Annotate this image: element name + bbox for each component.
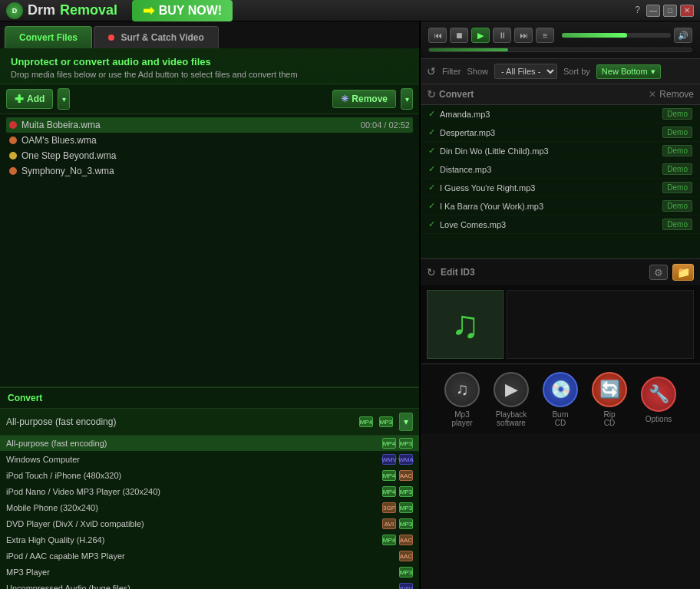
right-file-item[interactable]: ✓ Distance.mp3 Demo xyxy=(421,160,700,179)
volume-slider[interactable] xyxy=(562,33,671,38)
filter-bar: ↺ Filter Show - All Files - Sort by New … xyxy=(421,59,700,84)
tab-convert-files[interactable]: Convert Files xyxy=(5,26,92,48)
x-icon: ✕ xyxy=(649,89,656,100)
playback-icon: ▶ xyxy=(494,372,529,407)
file-toolbar: ✚ Add ▾ ✳ Remove ▾ xyxy=(0,84,419,114)
buy-now-button[interactable]: ➡ BUY NOW! xyxy=(132,0,233,21)
tabs-bar: Convert Files Surf & Catch Video xyxy=(0,21,419,48)
info-subtitle: Drop media files below or use the Add bu… xyxy=(11,70,408,79)
close-button[interactable]: ✕ xyxy=(680,5,694,17)
right-file-item[interactable]: ✓ Despertar.mp3 Demo xyxy=(421,123,700,142)
arrow-icon: ➡ xyxy=(143,2,154,19)
file-item[interactable]: One Step Beyond.wma xyxy=(6,148,413,163)
volume-fill xyxy=(562,33,627,38)
convert-action[interactable]: ↻ Convert xyxy=(427,88,649,100)
album-art: ♫ xyxy=(427,290,504,359)
convert-item[interactable]: Mobile Phone (320x240) 3GP MP3 xyxy=(0,500,419,516)
rewind-button[interactable]: ⏮ xyxy=(428,28,447,43)
convert-selected-label: All-purpose (fast encoding) xyxy=(6,416,353,427)
convert-dropdown-button[interactable]: ▾ xyxy=(399,413,413,431)
edit-id3-icon: ↻ xyxy=(427,266,436,278)
convert-item[interactable]: All-purpose (fast encoding) MP4 MP3 xyxy=(0,436,419,452)
convert-item[interactable]: DVD Player (DivX / XviD compatible) AVI … xyxy=(0,516,419,532)
maximize-button[interactable]: □ xyxy=(663,5,677,17)
action-bar: ↻ Convert ✕ Remove xyxy=(421,84,700,105)
mp3-player-tool[interactable]: ♫ Mp3player xyxy=(444,372,480,427)
remove-dropdown-button[interactable]: ▾ xyxy=(401,88,413,110)
titlebar-controls: ? — □ ✕ xyxy=(635,5,694,17)
stop-button[interactable]: ⏹ xyxy=(450,28,468,43)
demo-badge: Demo xyxy=(662,219,692,230)
rip-cd-tool[interactable]: 🔄 RipCD xyxy=(592,372,627,427)
playback-tool[interactable]: ▶ Playbacksoftware xyxy=(494,372,529,427)
file-item[interactable]: OAM's Blues.wma xyxy=(6,133,413,148)
convert-item[interactable]: Uncompressed Audio (huge files) WAV xyxy=(0,581,419,589)
file-dot-yellow xyxy=(9,152,17,160)
format-badge-mp4: MP4 xyxy=(359,416,373,427)
file-dot-orange xyxy=(9,137,17,144)
options-tool[interactable]: 🔧 Options xyxy=(641,377,676,423)
right-file-item[interactable]: ✓ I Ka Barra (Your Work).mp3 Demo xyxy=(421,197,700,216)
check-icon: ✓ xyxy=(428,127,435,137)
refresh-icon[interactable]: ↺ xyxy=(427,65,436,77)
fmt-icon: MP3 xyxy=(399,502,413,513)
fmt-icon: MP4 xyxy=(382,470,396,481)
help-button[interactable]: ? xyxy=(635,5,640,17)
filter-label: Filter xyxy=(442,67,461,76)
convert-icon: ↻ xyxy=(427,88,436,100)
right-file-item[interactable]: ✓ Amanda.mp3 Demo xyxy=(421,105,700,123)
playback-label: Playbacksoftware xyxy=(496,410,527,427)
fast-forward-button[interactable]: ⏭ xyxy=(514,28,533,43)
file-name: Symphony_No_3.wma xyxy=(21,166,410,176)
tab-surf-catch[interactable]: Surf & Catch Video xyxy=(94,26,219,48)
edit-id3-section: ↻ Edit ID3 ⚙ 📁 xyxy=(421,258,700,285)
volume-button[interactable]: 🔊 xyxy=(674,28,692,43)
convert-item[interactable]: Extra High Quality (H.264) MP4 AAC xyxy=(0,532,419,548)
progress-bar[interactable] xyxy=(428,48,692,52)
remove-button[interactable]: ✳ Remove xyxy=(332,90,396,108)
file-list: Muita Bobeira.wma 00:04 / 02:52 OAM's Bl… xyxy=(0,114,419,387)
burn-cd-tool[interactable]: 💿 BurnCD xyxy=(543,372,578,427)
file-dot-red xyxy=(9,121,17,129)
mp4-icon: MP4 xyxy=(359,416,373,427)
folder-button[interactable]: 📁 xyxy=(672,264,694,281)
app-title-removal: Removal xyxy=(60,2,117,18)
fmt-icon: MP3 xyxy=(399,518,413,529)
convert-selected-row: All-purpose (fast encoding) MP4 MP3 ▾ xyxy=(0,409,419,436)
pause-button[interactable]: ⏸ xyxy=(493,28,511,43)
info-header: Unprotect or convert audio and video fil… xyxy=(0,48,419,84)
convert-item[interactable]: MP3 Player MP3 xyxy=(0,564,419,581)
right-file-item[interactable]: ✓ I Guess You're Right.mp3 Demo xyxy=(421,179,700,197)
menu-button[interactable]: ≡ xyxy=(536,28,554,43)
convert-item[interactable]: iPod / AAC capable MP3 Player AAC xyxy=(0,548,419,564)
mp3-player-icon: ♫ xyxy=(444,372,480,407)
convert-item[interactable]: iPod Nano / Video MP3 Player (320x240) M… xyxy=(0,484,419,500)
tab-dot xyxy=(108,35,114,41)
right-panel: ⏮ ⏹ ▶ ⏸ ⏭ ≡ 🔊 ↺ Filter Show - All Files … xyxy=(421,21,700,589)
file-name: One Step Beyond.wma xyxy=(21,150,410,161)
file-item[interactable]: Muita Bobeira.wma 00:04 / 02:52 xyxy=(6,117,413,133)
right-file-item[interactable]: ✓ Din Din Wo (Little Child).mp3 Demo xyxy=(421,142,700,160)
check-icon: ✓ xyxy=(428,146,435,156)
app-logo: D xyxy=(6,2,23,19)
left-content: Unprotect or convert audio and video fil… xyxy=(0,48,419,589)
gear-button[interactable]: ⚙ xyxy=(649,265,668,280)
show-select[interactable]: - All Files - xyxy=(494,64,557,79)
album-details xyxy=(507,290,694,359)
titlebar-left: D Drm Removal ➡ BUY NOW! xyxy=(6,0,233,21)
convert-item[interactable]: iPod Touch / iPhone (480x320) MP4 AAC xyxy=(0,468,419,484)
file-item[interactable]: Symphony_No_3.wma xyxy=(6,163,413,179)
play-button[interactable]: ▶ xyxy=(471,28,490,43)
player-controls: ⏮ ⏹ ▶ ⏸ ⏭ ≡ 🔊 xyxy=(428,28,692,43)
remove-action[interactable]: ✕ Remove xyxy=(649,89,694,100)
minimize-button[interactable]: — xyxy=(646,5,660,17)
sort-select[interactable]: New Bottom ▾ xyxy=(596,64,661,79)
sort-label: Sort by xyxy=(563,67,590,76)
convert-item[interactable]: Windows Computer WMV WMA xyxy=(0,452,419,468)
add-button[interactable]: ✚ Add xyxy=(6,89,53,109)
check-icon: ✓ xyxy=(428,183,435,192)
right-file-item[interactable]: ✓ Love Comes.mp3 Demo xyxy=(421,216,700,234)
media-player: ⏮ ⏹ ▶ ⏸ ⏭ ≡ 🔊 xyxy=(421,21,700,59)
add-dropdown-button[interactable]: ▾ xyxy=(58,88,70,110)
edit-id3-label: Edit ID3 xyxy=(441,267,645,278)
